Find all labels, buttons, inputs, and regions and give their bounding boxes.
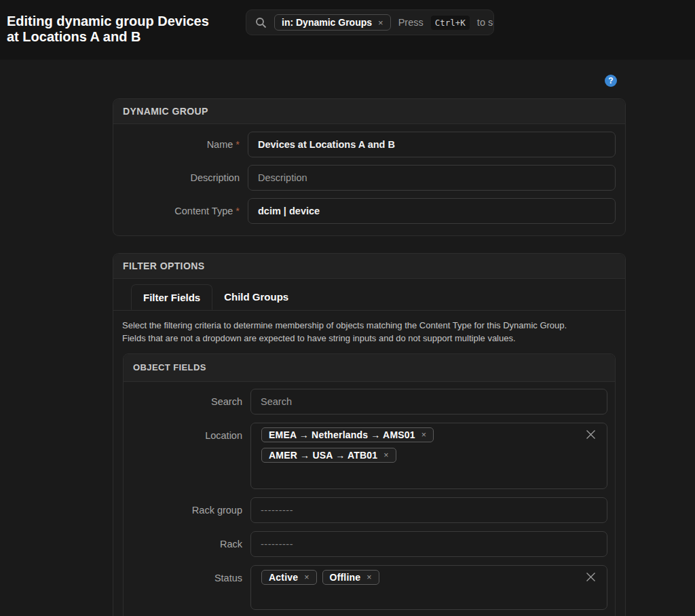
shortcut-hint-press: Press — [398, 17, 424, 28]
remove-chip-icon[interactable]: × — [304, 571, 309, 583]
object-fields-panel-title: OBJECT FIELDS — [124, 354, 615, 382]
remove-chip-icon[interactable]: × — [367, 571, 371, 583]
filter-options-panel-title: FILTER OPTIONS — [113, 254, 625, 279]
global-search[interactable]: in: Dynamic Groups × Press Ctrl+K to se — [246, 9, 494, 35]
status-chip[interactable]: Active× — [261, 570, 317, 585]
location-field-row: Location EMEA → Netherlands → AMS01× AME… — [131, 423, 607, 489]
remove-chip-icon[interactable]: × — [421, 429, 426, 441]
tab-filter-fields[interactable]: Filter Fields — [131, 284, 212, 310]
help-icon[interactable]: ? — [605, 75, 617, 87]
status-label: Status — [131, 565, 250, 591]
rack-select[interactable] — [250, 531, 607, 557]
remove-scope-icon[interactable]: × — [378, 18, 383, 28]
name-field-row: Name * — [123, 132, 616, 157]
search-scope-label: in: Dynamic Groups — [282, 17, 372, 28]
object-search-input[interactable] — [250, 389, 607, 415]
required-marker: * — [236, 206, 240, 216]
description-label: Description — [123, 165, 248, 191]
search-label: Search — [131, 389, 250, 415]
status-chip[interactable]: Offline× — [322, 570, 379, 585]
location-label: Location — [131, 423, 250, 448]
location-chip[interactable]: EMEA → Netherlands → AMS01× — [261, 427, 434, 442]
rack-field-row: Rack — [131, 531, 607, 557]
dynamic-group-panel: DYNAMIC GROUP Name * Description Content… — [113, 98, 626, 236]
top-header: Editing dynamic group Devices at Locatio… — [0, 0, 695, 60]
clear-location-icon[interactable] — [586, 429, 596, 440]
required-marker: * — [236, 139, 240, 150]
search-scope-tag[interactable]: in: Dynamic Groups × — [274, 14, 391, 31]
content-type-field-row: Content Type * — [123, 198, 616, 224]
filter-options-panel: FILTER OPTIONS Filter Fields Child Group… — [113, 253, 626, 616]
filter-tabs: Filter Fields Child Groups — [113, 279, 625, 311]
status-multiselect[interactable]: Active×Offline× — [250, 565, 607, 610]
location-chip[interactable]: AMER → USA → ATB01× — [261, 448, 396, 463]
name-input[interactable] — [248, 132, 616, 157]
rack-group-field-row: Rack group — [131, 497, 607, 523]
filter-help-text: Select the filtering criteria to determi… — [122, 319, 580, 345]
description-field-row: Description — [123, 165, 616, 191]
shortcut-key: Ctrl+K — [431, 16, 470, 30]
rack-label: Rack — [131, 531, 250, 557]
clear-status-icon[interactable] — [586, 572, 596, 582]
search-icon — [255, 17, 267, 28]
location-multiselect[interactable]: EMEA → Netherlands → AMS01× AMER → USA →… — [250, 423, 607, 489]
status-field-row: Status Active×Offline× — [131, 565, 607, 610]
description-input[interactable] — [248, 165, 616, 191]
search-field-row: Search — [131, 389, 607, 415]
object-fields-panel: OBJECT FIELDS Search Location EMEA → Net… — [123, 353, 616, 616]
content-type-label: Content Type * — [123, 198, 248, 224]
main-content: ? DYNAMIC GROUP Name * Description Conte… — [0, 60, 695, 616]
rack-group-select[interactable] — [250, 497, 607, 523]
tab-child-groups[interactable]: Child Groups — [212, 284, 300, 310]
rack-group-label: Rack group — [131, 497, 250, 523]
shortcut-hint-suffix: to se — [477, 17, 494, 28]
page-title: Editing dynamic group Devices at Locatio… — [7, 14, 217, 45]
name-label: Name * — [123, 132, 248, 157]
dynamic-group-panel-title: DYNAMIC GROUP — [113, 99, 625, 124]
content-type-input[interactable] — [248, 198, 616, 224]
remove-chip-icon[interactable]: × — [383, 449, 388, 461]
